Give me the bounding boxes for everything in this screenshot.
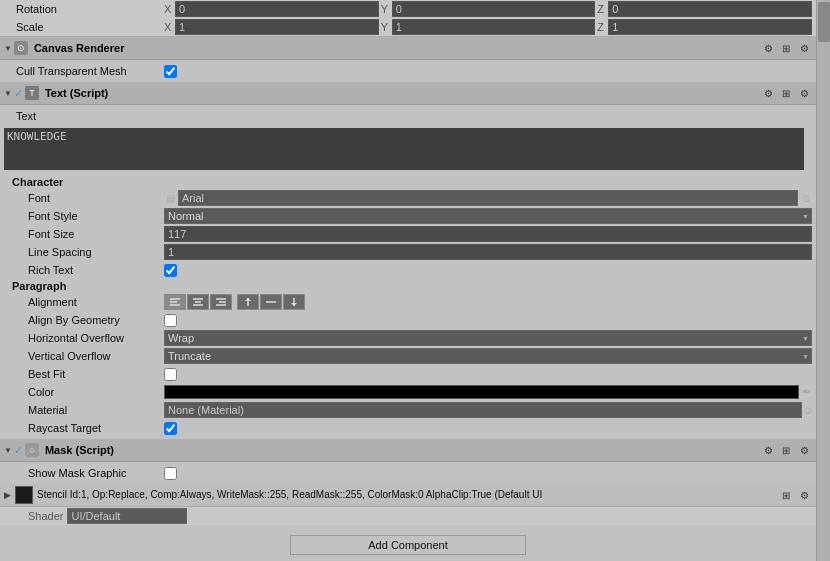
- align-btn-center[interactable]: [187, 294, 209, 310]
- show-mask-graphic-label: Show Mask Graphic: [4, 467, 164, 479]
- rotation-z-input[interactable]: [608, 1, 812, 17]
- vertical-overflow-select[interactable]: Truncate: [164, 348, 812, 364]
- vertical-overflow-value: Truncate: [164, 348, 812, 364]
- canvas-renderer-header: ▼ ⊙ Canvas Renderer ⚙ ⊞ ⚙: [0, 37, 816, 60]
- align-btn-middle[interactable]: [260, 294, 282, 310]
- scale-z-input[interactable]: [608, 19, 812, 35]
- cull-transparent-checkbox[interactable]: [164, 65, 177, 78]
- text-script-grid-icon[interactable]: ⊞: [778, 85, 794, 101]
- scale-row: Scale X Y Z: [0, 18, 816, 36]
- best-fit-checkbox[interactable]: [164, 368, 177, 381]
- add-component-button[interactable]: Add Component: [290, 535, 526, 555]
- shader-sub-input[interactable]: [67, 508, 187, 524]
- horizontal-overflow-label: Horizontal Overflow: [4, 332, 164, 344]
- text-script-collapse-arrow[interactable]: ▼: [4, 89, 12, 98]
- font-row: Font ▤ ⊙: [0, 189, 816, 207]
- text-script-section-icons: ⚙ ⊞ ⚙: [760, 85, 812, 101]
- rich-text-checkbox[interactable]: [164, 264, 177, 277]
- scrollbar-thumb[interactable]: [818, 2, 830, 42]
- shader-copy-icon[interactable]: ⊞: [778, 487, 794, 503]
- vertical-overflow-row: Vertical Overflow Truncate: [0, 347, 816, 365]
- scale-fields: X Y Z: [164, 19, 812, 35]
- shader-icons: ⊞ ⚙: [778, 487, 812, 503]
- text-textarea[interactable]: KNOWLEDGE: [4, 128, 804, 170]
- vertical-overflow-dropdown-wrapper: Truncate: [164, 348, 812, 364]
- scale-z-group: Z: [597, 19, 812, 35]
- canvas-renderer-section-icons: ⚙ ⊞ ⚙: [760, 40, 812, 56]
- eyedropper-icon[interactable]: ✒: [802, 385, 812, 399]
- text-script-section: ▼ ✓ T Text (Script) ⚙ ⊞ ⚙ Text KNOWLEDGE…: [0, 82, 816, 439]
- scrollbar[interactable]: [816, 0, 830, 561]
- material-target-icon[interactable]: ⊙: [804, 405, 812, 416]
- text-script-icon: T: [25, 86, 39, 100]
- scale-y-input[interactable]: [392, 19, 596, 35]
- font-label: Font: [4, 192, 164, 204]
- svg-marker-10: [245, 298, 251, 301]
- mask-script-grid-icon[interactable]: ⊞: [778, 442, 794, 458]
- align-btn-top[interactable]: [237, 294, 259, 310]
- material-label: Material: [4, 404, 164, 416]
- transform-section: Rotation X Y Z Scale X: [0, 0, 816, 37]
- font-size-value: [164, 226, 812, 242]
- scale-x-axis: X: [164, 21, 174, 33]
- line-spacing-value: [164, 244, 812, 260]
- align-btn-right[interactable]: [210, 294, 232, 310]
- text-script-settings-icon[interactable]: ⚙: [796, 85, 812, 101]
- best-fit-row: Best Fit: [0, 365, 816, 383]
- canvas-renderer-icon: ⊙: [14, 41, 28, 55]
- align-by-geometry-row: Align By Geometry: [0, 311, 816, 329]
- show-mask-graphic-checkbox[interactable]: [164, 467, 177, 480]
- align-bottom-icon: [288, 297, 300, 307]
- shader-expand-arrow[interactable]: ▶: [4, 490, 11, 500]
- font-style-label: Font Style: [4, 210, 164, 222]
- font-file-icon: ▤: [164, 193, 176, 204]
- font-size-input[interactable]: [164, 226, 812, 242]
- shader-sub-row: Shader: [0, 507, 816, 525]
- mask-script-header: ▼ ✓ ○ Mask (Script) ⚙ ⊞ ⚙: [0, 439, 816, 462]
- raycast-target-checkbox[interactable]: [164, 422, 177, 435]
- color-swatch[interactable]: [164, 385, 799, 399]
- shader-settings-icon[interactable]: ⚙: [796, 487, 812, 503]
- mask-script-content: Show Mask Graphic: [0, 462, 816, 484]
- mask-script-settings-icon[interactable]: ⚙: [796, 442, 812, 458]
- align-right-icon: [215, 297, 227, 307]
- align-by-geometry-checkbox[interactable]: [164, 314, 177, 327]
- paragraph-header: Paragraph: [0, 279, 816, 293]
- text-script-menu-icon[interactable]: ⚙: [760, 85, 776, 101]
- align-btn-left[interactable]: [164, 294, 186, 310]
- rotation-y-input[interactable]: [392, 1, 596, 17]
- scale-x-input[interactable]: [175, 19, 379, 35]
- line-spacing-input[interactable]: [164, 244, 812, 260]
- color-swatch-wrapper: ✒: [164, 385, 812, 399]
- material-input[interactable]: [164, 402, 802, 418]
- align-btn-bottom[interactable]: [283, 294, 305, 310]
- canvas-renderer-collapse-arrow[interactable]: ▼: [4, 44, 12, 53]
- font-name-input[interactable]: [178, 190, 798, 206]
- text-script-check[interactable]: ✓: [14, 87, 23, 100]
- align-top-icon: [242, 297, 254, 307]
- canvas-renderer-settings-icon[interactable]: ⚙: [796, 40, 812, 56]
- rotation-fields: X Y Z: [164, 1, 812, 17]
- font-target-icon[interactable]: ⊙: [800, 193, 812, 204]
- canvas-renderer-content: Cull Transparent Mesh: [0, 60, 816, 82]
- mask-script-check[interactable]: ✓: [14, 444, 23, 457]
- mask-script-icon: ○: [25, 443, 39, 457]
- font-size-label: Font Size: [4, 228, 164, 240]
- scale-y-group: Y: [381, 19, 596, 35]
- main-panel: Rotation X Y Z Scale X: [0, 0, 830, 561]
- canvas-renderer-grid-icon[interactable]: ⊞: [778, 40, 794, 56]
- color-row: Color ✒: [0, 383, 816, 401]
- font-style-select[interactable]: Normal: [164, 208, 812, 224]
- mask-script-menu-icon[interactable]: ⚙: [760, 442, 776, 458]
- alignment-row: Alignment: [0, 293, 816, 311]
- canvas-renderer-menu-icon[interactable]: ⚙: [760, 40, 776, 56]
- align-by-geometry-label: Align By Geometry: [4, 314, 164, 326]
- rotation-x-input[interactable]: [175, 1, 379, 17]
- raycast-target-label: Raycast Target: [4, 422, 164, 434]
- text-label: Text: [4, 110, 164, 122]
- horizontal-overflow-select[interactable]: Wrap: [164, 330, 812, 346]
- align-middle-icon: [265, 297, 277, 307]
- material-row: Material ⊙: [0, 401, 816, 419]
- canvas-renderer-title: Canvas Renderer: [34, 42, 760, 54]
- mask-script-collapse-arrow[interactable]: ▼: [4, 446, 12, 455]
